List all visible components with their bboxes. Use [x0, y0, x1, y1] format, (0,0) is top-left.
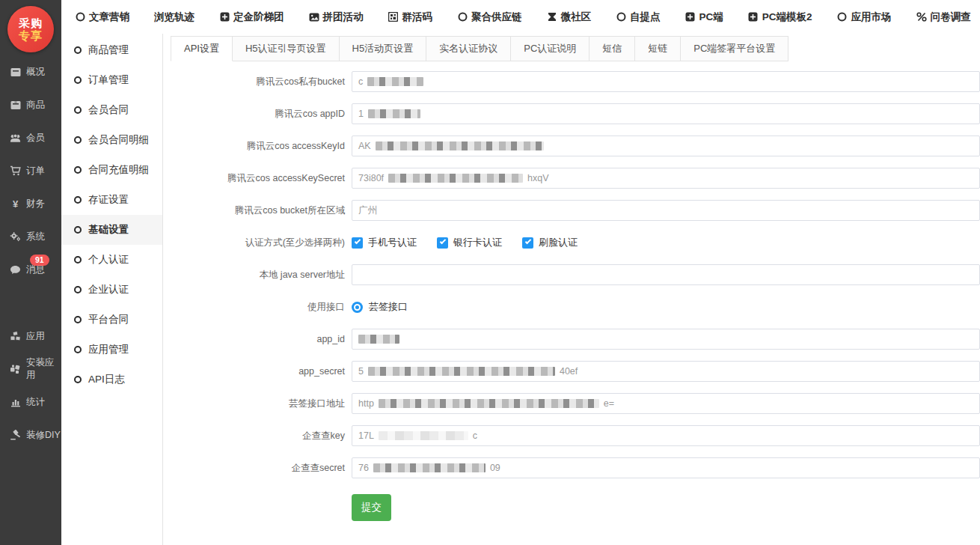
submenu-item-enterprise-auth[interactable]: 企业认证	[61, 275, 162, 305]
tab-h5-auth-guide-page[interactable]: H5认证引导页设置	[233, 36, 340, 61]
submenu-item-order-management[interactable]: 订单管理	[61, 65, 162, 95]
nav-item-survey[interactable]: 问卷调查	[916, 10, 971, 24]
tab-pc-sign-platform[interactable]: PC端签署平台设置	[681, 36, 788, 61]
form-row: 芸签接口地址 http e=	[171, 393, 980, 414]
tab-label: 短链	[648, 42, 667, 55]
submenu-item-label: 个人认证	[88, 253, 129, 267]
submenu-item-member-contract[interactable]: 会员合同	[61, 95, 162, 125]
nav-item-pc[interactable]: PC端	[685, 10, 723, 24]
tab-pc-auth-notes[interactable]: PC认证说明	[511, 36, 589, 61]
nav-item-pc-template2[interactable]: PC端模板2	[748, 10, 812, 24]
nav-item-article-marketing[interactable]: 文章营销	[75, 10, 129, 24]
app-id-input[interactable]	[352, 329, 980, 350]
submit-button[interactable]: 提交	[352, 494, 391, 521]
qichacha-secret-input[interactable]: 76 09	[352, 457, 980, 478]
sidebar-item-decorate-diy[interactable]: 装修DIY	[0, 418, 61, 451]
page-body: 商品管理 订单管理 会员合同 会员合同明细 合同充值明细 存证设置 基础设置 个…	[61, 34, 980, 545]
sidebar-item-members[interactable]: 会员	[0, 121, 61, 154]
sidebar-item-orders[interactable]: 订单	[0, 154, 61, 187]
circle-icon	[837, 12, 848, 22]
tab-label: 短信	[602, 42, 622, 55]
sidebar-item-messages[interactable]: 消息 91	[0, 253, 61, 286]
submenu-item-platform-contract[interactable]: 平台合同	[61, 305, 162, 335]
sidebar-item-label: 概况	[26, 66, 45, 79]
tab-sms[interactable]: 短信	[589, 36, 635, 61]
nav-item-app-market[interactable]: 应用市场	[837, 10, 892, 24]
sidebar-item-stats[interactable]: 统计	[0, 386, 61, 418]
submenu-item-personal-auth[interactable]: 个人认证	[61, 245, 162, 275]
nav-item-group-qr-code[interactable]: 群活码	[388, 10, 433, 24]
form-row: 腾讯云cos accessKeyId AK	[171, 136, 980, 156]
yunsign-api-url-input[interactable]: http e=	[352, 393, 980, 414]
value-suffix: e=	[604, 398, 614, 409]
submenu-item-api-log[interactable]: API日志	[61, 365, 162, 395]
nav-item-supply-chain[interactable]: 聚合供应链	[457, 10, 522, 24]
sidebar-item-system[interactable]: 系统	[0, 220, 61, 253]
nav-item-pickup-point[interactable]: 自提点	[616, 10, 661, 24]
form-row: 企查查secret 76 09	[171, 457, 980, 478]
local-java-server-input[interactable]	[352, 264, 980, 285]
submenu-item-label: 订单管理	[88, 73, 129, 87]
checkbox-bankcard-auth[interactable]: 银行卡认证	[437, 236, 502, 249]
radio-selected-icon	[352, 302, 363, 313]
nav-item-label: 聚合供应链	[471, 10, 522, 24]
tab-short-link[interactable]: 短链	[635, 36, 681, 61]
field-label: 使用接口	[171, 301, 352, 314]
top-navigation: 文章营销 浏览轨迹 定金阶梯团 拼团活动 群活码 聚合供应链	[61, 0, 980, 34]
plus-square-icon	[748, 12, 759, 22]
radio-yunsign-interface[interactable]: 芸签接口	[352, 300, 408, 314]
nav-item-browse-track[interactable]: 浏览轨迹	[154, 10, 195, 24]
sidebar-item-finance[interactable]: ¥ 财务	[0, 187, 61, 220]
value-prefix: 5	[358, 366, 364, 377]
tab-api-settings[interactable]: API设置	[171, 36, 233, 61]
sidebar-item-install-apps[interactable]: 安装应用	[0, 353, 61, 386]
submenu-item-evidence-settings[interactable]: 存证设置	[61, 185, 162, 215]
submenu-item-goods-management[interactable]: 商品管理	[61, 35, 162, 65]
settings-tabs: API设置 H5认证引导页设置 H5活动页设置 实名认证协议 PC认证说明 短信…	[171, 36, 788, 61]
nav-item-micro-community[interactable]: 微社区	[547, 10, 592, 24]
app-secret-input[interactable]: 5 40ef	[352, 361, 980, 382]
members-icon	[10, 133, 21, 144]
nav-item-group-activity[interactable]: 拼团活动	[309, 10, 364, 24]
message-count-badge: 91	[30, 255, 49, 266]
circle-icon	[616, 12, 626, 22]
cos-private-bucket-input[interactable]: c	[352, 71, 980, 92]
value-prefix: AK	[358, 141, 371, 151]
checkbox-face-auth[interactable]: 刷脸认证	[522, 236, 578, 249]
cos-appid-input[interactable]: 1	[352, 103, 980, 124]
sidebar-item-goods[interactable]: 商品	[0, 88, 61, 121]
circle-icon	[74, 196, 82, 204]
checkbox-phone-auth[interactable]: 手机号认证	[352, 236, 417, 249]
field-label: 本地 java server地址	[171, 269, 352, 281]
submenu-item-basic-settings[interactable]: 基础设置	[61, 215, 162, 245]
redacted-value	[358, 335, 399, 344]
checkbox-checked-icon	[522, 237, 533, 249]
sidebar-item-label: 订单	[26, 165, 45, 177]
circle-icon	[74, 76, 82, 84]
qichacha-key-input[interactable]: 17L c	[352, 425, 980, 446]
tab-realname-agreement[interactable]: 实名认证协议	[426, 36, 511, 61]
nav-item-label: 微社区	[561, 10, 592, 24]
auth-method-checkbox-group: 手机号认证 银行卡认证 刷脸认证	[352, 236, 578, 249]
redacted-value	[376, 141, 544, 150]
nav-item-deposit-ladder-group[interactable]: 定金阶梯团	[219, 10, 284, 24]
circle-icon	[75, 12, 85, 22]
submenu-item-member-contract-detail[interactable]: 会员合同明细	[61, 125, 162, 155]
tab-label: H5活动页设置	[352, 42, 414, 55]
cos-accesskeyid-input[interactable]: AK	[352, 136, 980, 156]
nav-item-label: 定金阶梯团	[233, 10, 284, 24]
system-icon	[10, 231, 21, 243]
cos-bucket-region-input[interactable]	[352, 200, 980, 221]
submenu-item-contract-recharge-detail[interactable]: 合同充值明细	[61, 155, 162, 185]
app-root: 采购 专享 概况 商品 会员 订单 ¥	[0, 0, 980, 545]
sidebar-item-apps[interactable]: 应用	[0, 320, 61, 353]
redacted-value	[388, 174, 523, 183]
value-suffix: 40ef	[560, 366, 578, 377]
cos-accesskeysecret-input[interactable]: 73i80f hxqV	[352, 168, 980, 189]
circle-icon	[74, 136, 82, 144]
tab-h5-activity-page[interactable]: H5活动页设置	[340, 36, 427, 61]
field-label: 认证方式(至少选择两种)	[171, 237, 352, 249]
sidebar-item-overview[interactable]: 概况	[0, 55, 61, 88]
submenu-item-app-management[interactable]: 应用管理	[61, 335, 162, 365]
orders-icon	[10, 165, 21, 177]
